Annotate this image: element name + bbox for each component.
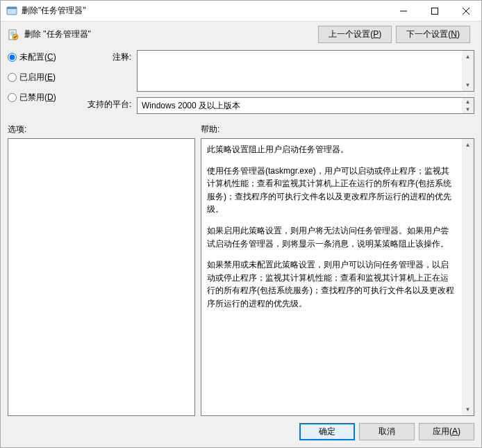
close-button[interactable]: [450, 1, 481, 21]
radio-disabled[interactable]: 已禁用(D): [8, 92, 77, 103]
titlebar: 删除"任务管理器": [1, 1, 481, 22]
help-p3: 如果启用此策略设置，则用户将无法访问任务管理器。如果用户尝试启动任务管理器，则将…: [207, 224, 456, 250]
platform-text: Windows 2000 及以上版本: [138, 98, 462, 113]
ok-button[interactable]: 确定: [299, 423, 355, 440]
comment-scrollbar[interactable]: ▲ ▼: [462, 51, 474, 91]
apply-key: A: [452, 426, 458, 436]
app-icon: [6, 6, 17, 17]
help-panel: 此策略设置阻止用户启动任务管理器。 使用任务管理器(taskmgr.exe)，用…: [201, 138, 474, 416]
options-label: 选项:: [8, 124, 201, 135]
options-body: [8, 139, 194, 415]
platform-label: 支持的平台:: [83, 97, 131, 110]
next-setting-label: 下一个设置: [406, 29, 448, 39]
radio-enabled-label: 已启用: [19, 72, 44, 82]
top-grid: 未配置(C) 已启用(E) 已禁用(D) 注释: ▲ ▼: [8, 50, 474, 114]
radio-not-configured-input[interactable]: [8, 53, 17, 62]
options-panel: [8, 138, 195, 416]
minimize-button[interactable]: [388, 1, 419, 21]
radio-enabled-input[interactable]: [8, 73, 17, 82]
help-p2: 使用任务管理器(taskmgr.exe)，用户可以启动或停止程序；监视其计算机性…: [207, 165, 456, 216]
svg-rect-2: [431, 8, 438, 14]
previous-setting-key: P: [373, 29, 379, 39]
footer-buttons: 确定 取消 应用(A): [8, 423, 474, 440]
platform-field: Windows 2000 及以上版本 ▲ ▼: [137, 97, 474, 114]
policy-icon: [8, 29, 19, 40]
window: 删除"任务管理器" 删除 "任务管理器": [0, 0, 482, 448]
comment-label: 注释:: [83, 50, 131, 63]
state-radio-group: 未配置(C) 已启用(E) 已禁用(D): [8, 50, 77, 103]
comment-textarea[interactable]: ▲ ▼: [137, 50, 474, 92]
scroll-down-icon[interactable]: ▼: [462, 106, 474, 113]
help-p1: 此策略设置阻止用户启动任务管理器。: [207, 143, 456, 156]
panels-row: 此策略设置阻止用户启动任务管理器。 使用任务管理器(taskmgr.exe)，用…: [8, 138, 474, 416]
cancel-button[interactable]: 取消: [359, 423, 415, 440]
scroll-track[interactable]: [462, 151, 474, 404]
window-title: 删除"任务管理器": [22, 5, 388, 17]
radio-not-configured-label: 未配置: [19, 52, 44, 62]
policy-title: 删除 "任务管理器": [24, 28, 313, 40]
radio-disabled-input[interactable]: [8, 93, 17, 102]
nav-buttons: 上一个设置(P) 下一个设置(N): [318, 26, 470, 43]
radio-enabled-key: E: [47, 72, 53, 82]
radio-disabled-key: D: [47, 92, 53, 102]
scroll-down-icon[interactable]: ▼: [462, 404, 474, 415]
radio-disabled-label: 已禁用: [19, 92, 44, 102]
help-label: 帮助:: [201, 124, 219, 135]
comment-text[interactable]: [138, 51, 462, 91]
help-scrollbar[interactable]: ▲ ▼: [462, 139, 474, 415]
scroll-track[interactable]: [462, 63, 474, 79]
help-p4: 如果禁用或未配置此策略设置，则用户可以访问任务管理器，以启动或停止程序；监视其计…: [207, 258, 456, 310]
apply-label: 应用: [433, 426, 449, 436]
header-row: 删除 "任务管理器" 上一个设置(P) 下一个设置(N): [8, 26, 474, 43]
scroll-up-icon[interactable]: ▲: [462, 139, 474, 151]
scroll-up-icon[interactable]: ▲: [462, 98, 474, 106]
maximize-button[interactable]: [419, 1, 450, 21]
scroll-up-icon[interactable]: ▲: [462, 51, 474, 63]
window-controls: [388, 1, 481, 21]
next-setting-key: N: [451, 29, 457, 39]
radio-not-configured-key: C: [47, 52, 53, 62]
svg-rect-1: [7, 7, 17, 9]
apply-button[interactable]: 应用(A): [419, 423, 474, 440]
previous-setting-button[interactable]: 上一个设置(P): [318, 26, 392, 43]
help-body: 此策略设置阻止用户启动任务管理器。 使用任务管理器(taskmgr.exe)，用…: [201, 139, 462, 415]
previous-setting-label: 上一个设置: [329, 29, 370, 39]
next-setting-button[interactable]: 下一个设置(N): [396, 26, 470, 43]
platform-scrollbar[interactable]: ▲ ▼: [462, 98, 474, 113]
radio-not-configured[interactable]: 未配置(C): [8, 51, 77, 63]
mid-labels: 选项: 帮助:: [8, 124, 474, 135]
radio-enabled[interactable]: 已启用(E): [8, 72, 77, 83]
content-area: 删除 "任务管理器" 上一个设置(P) 下一个设置(N) 未配置(C) 已启: [1, 22, 481, 447]
scroll-down-icon[interactable]: ▼: [462, 79, 474, 91]
